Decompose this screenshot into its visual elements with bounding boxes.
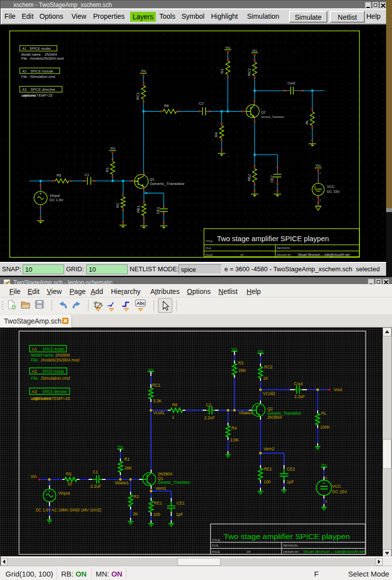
- svg-text:DC 1.6V: DC 1.6V: [50, 198, 64, 202]
- svg-text:Two stage amplifier SPICE play: Two stage amplifier SPICE playpen: [224, 532, 350, 541]
- svg-text:Vcc: Vcc: [141, 69, 146, 72]
- svg-text:RE1: RE1: [154, 501, 162, 506]
- svg-text:1: 1: [172, 415, 175, 420]
- svg-text:2.2uF: 2.2uF: [204, 415, 215, 420]
- svg-text:DRAWN BY:: DRAWN BY:: [277, 254, 292, 256]
- svg-text:Vcc: Vcc: [232, 347, 238, 351]
- svg-text:1pF: 1pF: [287, 479, 294, 484]
- svg-text:Q1: Q1: [149, 177, 154, 181]
- svg-text:Two stage amplifier SPICE play: Two stage amplifier SPICE playpen: [217, 235, 329, 243]
- svg-text:C1: C1: [84, 173, 89, 177]
- svg-text:Generic_Transistor: Generic_Transistor: [261, 115, 284, 118]
- svg-text:CE2: CE2: [287, 467, 295, 471]
- svg-text:R1: R1: [124, 457, 130, 462]
- svg-text:DC 1.6V AC 10MV SIN(0 1MV 1KHZ: DC 1.6V AC 10MV SIN(0 1MV 1KHZ): [36, 508, 102, 512]
- svg-text:FILE:: FILE:: [212, 544, 219, 547]
- svg-text:VCC: VCC: [327, 184, 335, 189]
- svg-text:R1: R1: [105, 167, 109, 172]
- svg-text:Vbase2: Vbase2: [239, 410, 253, 415]
- svg-text:2.2uF: 2.2uF: [294, 394, 305, 399]
- svg-text:Vbase1: Vbase1: [115, 480, 129, 485]
- svg-text:Vin: Vin: [31, 474, 36, 479]
- svg-text:C1: C1: [93, 470, 98, 474]
- svg-text:Model name: 2N3904: Model name: 2N3904: [31, 353, 70, 358]
- svg-text:C2: C2: [206, 402, 212, 407]
- svg-text:2N3904: 2N3904: [267, 415, 282, 420]
- svg-text:3.3K: 3.3K: [153, 399, 162, 403]
- svg-text:A3: A3: [32, 389, 37, 394]
- svg-text:DC 15V: DC 15V: [332, 489, 347, 494]
- svg-text:Vem2: Vem2: [263, 446, 274, 451]
- svg-text:DRAWN BY:: DRAWN BY:: [284, 550, 300, 553]
- svg-text:R2: R2: [115, 203, 120, 208]
- svg-text:TITLE: TITLE: [212, 539, 220, 542]
- svg-text:A3 SPICE directive: A3 SPICE directive: [22, 87, 55, 92]
- svg-text:unknown: unknown: [31, 396, 51, 401]
- svg-text:TITLE: TITLE: [206, 240, 213, 243]
- svg-text:RC2: RC2: [247, 69, 251, 76]
- svg-text:2.8K: 2.8K: [230, 437, 239, 442]
- svg-text:TEMP=25: TEMP=25: [51, 396, 70, 401]
- svg-text:A1 SPICE model: A1 SPICE model: [22, 46, 51, 51]
- svg-text:Abc: Abc: [137, 301, 145, 306]
- svg-text:Stuart Brorson – sdb@cloud9.ne: Stuart Brorson – sdb@cloud9.net: [303, 549, 365, 554]
- svg-text:Vout: Vout: [334, 387, 343, 392]
- svg-text:28K: 28K: [239, 368, 246, 373]
- svg-text:VCC: VCC: [332, 484, 341, 489]
- svg-text:Cout: Cout: [287, 81, 295, 85]
- svg-text:R4: R4: [231, 426, 237, 431]
- svg-text:unknown: unknown: [21, 93, 36, 98]
- svg-text:RE2: RE2: [264, 467, 272, 471]
- svg-text:RE1: RE1: [136, 206, 141, 213]
- svg-text:Vcoll1: Vcoll1: [153, 410, 165, 415]
- svg-text:SPICE include: SPICE include: [42, 369, 64, 374]
- svg-text:RL: RL: [305, 120, 309, 124]
- svg-text:A2 SPICE include: A2 SPICE include: [22, 69, 53, 73]
- svg-text:Vcc: Vcc: [148, 368, 154, 371]
- svg-text:2.2uF: 2.2uF: [90, 484, 101, 489]
- svg-text:TEMP=25: TEMP=25: [36, 93, 52, 98]
- svg-text:CE2: CE2: [270, 176, 274, 182]
- svg-text:A1: A1: [32, 347, 37, 352]
- svg-text:Vcc: Vcc: [225, 46, 231, 49]
- svg-text:R3: R3: [220, 69, 224, 73]
- svg-text:2K: 2K: [133, 511, 139, 516]
- svg-text:DC 15V: DC 15V: [327, 189, 340, 194]
- svg-text:Vinput: Vinput: [58, 491, 71, 496]
- svg-text:File: ./Simulation.cmd: File: ./Simulation.cmd: [31, 376, 70, 381]
- svg-text:R5: R5: [57, 173, 61, 178]
- svg-text:2: 2: [320, 199, 321, 202]
- svg-text:SPICE directive: SPICE directive: [42, 389, 67, 394]
- svg-text:File: ./models/2N3904.mod: File: ./models/2N3904.mod: [21, 56, 64, 61]
- svg-text:CE1: CE1: [177, 501, 185, 506]
- svg-text:R8: R8: [164, 104, 169, 108]
- svg-text:Vcc: Vcc: [321, 463, 327, 467]
- svg-text:1K: 1K: [263, 376, 269, 381]
- svg-text:C2: C2: [199, 101, 203, 106]
- svg-text:SPICE model: SPICE model: [42, 347, 64, 352]
- svg-text:VColl2: VColl2: [263, 391, 275, 396]
- svg-text:Stuart Brorson – sdb@cloud9.ne: Stuart Brorson – sdb@cloud9.net: [298, 253, 350, 256]
- svg-text:R8: R8: [172, 402, 178, 407]
- svg-text:OF: OF: [240, 254, 244, 256]
- svg-text:Generic_Transistor: Generic_Transistor: [158, 480, 190, 485]
- svg-text:R5: R5: [66, 471, 71, 476]
- svg-text:RC1: RC1: [136, 92, 140, 100]
- svg-text:CE1: CE1: [156, 207, 160, 214]
- svg-text:28K: 28K: [125, 466, 132, 471]
- svg-text:Vcc: Vcc: [257, 349, 263, 353]
- svg-text:OF: OF: [247, 550, 251, 553]
- svg-text:1: 1: [325, 476, 327, 479]
- svg-text:FILE:: FILE:: [206, 247, 212, 250]
- svg-text:REVISION:: REVISION:: [277, 247, 290, 250]
- svg-text:RC1: RC1: [152, 383, 160, 388]
- svg-text:Vem1: Vem1: [155, 486, 166, 491]
- svg-text:100K: 100K: [320, 425, 330, 430]
- svg-text:Generic_Transistor: Generic_Transistor: [149, 181, 185, 186]
- svg-text:PAGE: PAGE: [212, 550, 220, 553]
- svg-text:1: 1: [320, 172, 321, 175]
- svg-text:Vcc: Vcc: [252, 49, 257, 52]
- svg-text:2: 2: [325, 500, 327, 503]
- svg-text:Cout: Cout: [294, 381, 303, 386]
- svg-text:R4: R4: [214, 133, 218, 137]
